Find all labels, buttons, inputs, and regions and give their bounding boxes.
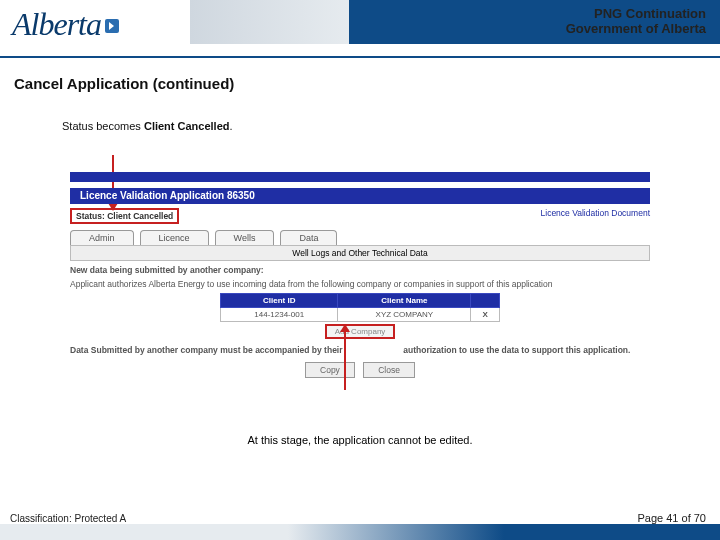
client-table: Client ID Client Name 144-1234-001 XYZ C… xyxy=(220,293,500,322)
arrow-gap xyxy=(345,346,401,356)
arrow-up-icon xyxy=(344,330,346,390)
blur-line-1: New data being submitted by another comp… xyxy=(70,265,650,275)
blur-3a: Data Submitted by another company must b… xyxy=(70,345,343,355)
page-number: Page 41 of 70 xyxy=(637,512,706,524)
blur-line-2: Applicant authorizes Alberta Energy to u… xyxy=(70,279,650,289)
header-title-line1: PNG Continuation xyxy=(566,6,706,21)
status-prefix: Status becomes xyxy=(62,120,144,132)
blur-line-3: Data Submitted by another company must b… xyxy=(70,345,650,356)
header-titles: PNG Continuation Government of Alberta xyxy=(566,6,706,36)
tab-admin[interactable]: Admin xyxy=(70,230,134,245)
status-bold: Client Cancelled xyxy=(144,120,230,132)
button-row: Copy Close xyxy=(70,362,650,378)
cell-client-id: 144-1234-001 xyxy=(221,308,338,322)
close-button[interactable]: Close xyxy=(363,362,415,378)
classification-label: Classification: Protected A xyxy=(10,513,126,524)
page-total: 70 xyxy=(694,512,706,524)
header-title-line2: Government of Alberta xyxy=(566,21,706,36)
remove-row-button[interactable]: X xyxy=(471,308,500,322)
tab-wells[interactable]: Wells xyxy=(215,230,275,245)
validation-doc-link[interactable]: Licence Validation Document xyxy=(541,208,650,224)
alberta-logo: Alberta xyxy=(12,6,119,43)
slide-header: Alberta PNG Continuation Government of A… xyxy=(0,0,720,65)
panel-title-bar: Licence Validation Application 86350 xyxy=(70,188,650,204)
page-prefix: Page xyxy=(637,512,666,524)
add-company-row: Add Company xyxy=(70,324,650,339)
table-header-row: Client ID Client Name xyxy=(221,294,500,308)
tab-row: Admin Licence Wells Data xyxy=(70,230,650,245)
blur-3b: authorization to use the data to support… xyxy=(403,345,630,355)
th-client-id: Client ID xyxy=(221,294,338,308)
top-blue-bar xyxy=(70,172,650,182)
app-screenshot: Licence Validation Application 86350 Sta… xyxy=(70,172,650,378)
sub-header: Well Logs and Other Technical Data xyxy=(70,245,650,261)
page-mid: of xyxy=(678,512,693,524)
table-row: 144-1234-001 XYZ COMPANY X xyxy=(221,308,500,322)
tab-licence[interactable]: Licence xyxy=(140,230,209,245)
status-row: Status: Client Cancelled Licence Validat… xyxy=(70,208,650,224)
section-title: Cancel Application (continued) xyxy=(14,75,720,92)
status-suffix: . xyxy=(230,120,233,132)
page-current: 41 xyxy=(666,512,678,524)
logo-arrow-icon xyxy=(105,19,119,33)
th-remove xyxy=(471,294,500,308)
tab-data[interactable]: Data xyxy=(280,230,337,245)
status-sentence: Status becomes Client Cancelled. xyxy=(62,120,720,132)
slide-footer: Classification: Protected A Page 41 of 7… xyxy=(0,510,720,540)
add-company-button[interactable]: Add Company xyxy=(325,324,396,339)
logo-text: Alberta xyxy=(12,6,101,42)
status-badge: Status: Client Cancelled xyxy=(70,208,179,224)
header-underline xyxy=(0,56,720,58)
cell-client-name: XYZ COMPANY xyxy=(338,308,471,322)
th-client-name: Client Name xyxy=(338,294,471,308)
footer-band xyxy=(0,524,720,540)
caption-text: At this stage, the application cannot be… xyxy=(0,434,720,446)
copy-button[interactable]: Copy xyxy=(305,362,355,378)
